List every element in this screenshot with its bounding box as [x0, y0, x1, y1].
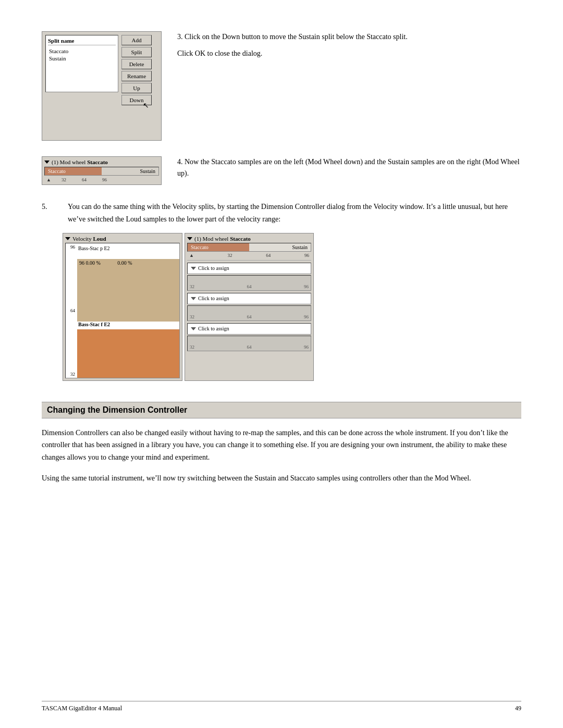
click-assign-1[interactable]: Click to assign — [187, 263, 311, 274]
section-5: 5. You can do the same thing with the Ve… — [42, 201, 521, 381]
section-3: Split name Staccato Sustain Add Split De… — [42, 31, 521, 141]
vel-upper-bar: 96 0.00 % 0.00 % — [77, 259, 179, 322]
ruler-label-96: 96 — [102, 177, 107, 182]
footer-left: TASCAM GigaEditor 4 Manual — [42, 705, 122, 712]
section-5-panels: Velocity Loud 96 64 32 Bass-Stac p E2 — [63, 233, 521, 381]
click-assign-label-2: Click to assign — [198, 295, 229, 301]
assign-ruler-1: 32 64 96 — [187, 275, 311, 291]
mod-wheel-header-label: (1) Mod wheel — [52, 159, 85, 165]
vel-32: 32 — [70, 372, 75, 377]
split-item-sustain[interactable]: Sustain — [48, 55, 116, 62]
velocity-label: Velocity — [72, 236, 92, 242]
split-button[interactable]: Split — [121, 47, 152, 57]
click-assign-3[interactable]: Click to assign — [187, 323, 311, 335]
step-5-text: You can do the same thing with the Veloc… — [68, 201, 521, 226]
ruler-label-32: 32 — [62, 177, 66, 182]
ruler-64a: 64 — [247, 284, 252, 289]
velocity-header: Velocity Loud — [65, 236, 180, 242]
section-4-text: 4. Now the Staccato samples are on the l… — [177, 156, 521, 180]
mod-right-splits: Staccato Sustain — [187, 243, 311, 252]
velocity-content: 96 64 32 Bass-Stac p E2 96 0.00 % 0.00 % — [65, 243, 180, 378]
assign-ruler-2: 32 64 96 — [187, 305, 311, 321]
triangle-down-icon — [44, 161, 50, 164]
step-5-number: 5. — [42, 201, 68, 226]
velocity-value: Loud — [93, 236, 106, 242]
vel-96: 96 — [70, 244, 75, 250]
velocity-panel: Velocity Loud 96 64 32 Bass-Stac p E2 — [63, 233, 182, 381]
mod-right-triangle-icon — [187, 237, 192, 240]
ruler-64: 64 — [266, 253, 271, 258]
ruler-row: ▲ 32 64 96 — [44, 177, 159, 182]
assign-triangle-3 — [191, 327, 196, 330]
page: Split name Staccato Sustain Add Split De… — [0, 0, 563, 728]
mod-right-split-right: Sustain — [249, 243, 311, 251]
split-name-list: Split name Staccato Sustain — [45, 35, 118, 92]
ruler-32: 32 — [228, 253, 232, 258]
split-name-header: Split name — [48, 38, 116, 45]
ruler-64c: 64 — [247, 344, 252, 350]
mod-split-right: Sustain — [102, 167, 158, 175]
ruler-96b: 96 — [304, 314, 309, 319]
footer-right: 49 — [515, 705, 521, 712]
assign-triangle-1 — [191, 267, 196, 270]
delete-button[interactable]: Delete — [121, 59, 152, 69]
ruler-64b: 64 — [247, 314, 252, 319]
dialog-buttons: Add Split Delete Rename Up Down ↖ — [121, 35, 152, 105]
changing-section-heading: Changing the Dimension Controller — [42, 402, 521, 418]
mod-wheel-panel: (1) Mod wheel Staccato Staccato Sustain … — [42, 156, 162, 185]
ruler-32b: 32 — [190, 314, 194, 319]
section-4-para: 4. Now the Staccato samples are on the l… — [177, 156, 521, 180]
up-button[interactable]: Up — [121, 83, 152, 93]
mod-wheel-splits: Staccato Sustain — [44, 167, 159, 176]
vel-64: 64 — [70, 308, 75, 313]
footer: TASCAM GigaEditor 4 Manual 49 — [42, 701, 521, 712]
section-3-text: 3. Click on the Down button to move the … — [177, 31, 521, 65]
mod-right-header-label: (1) Mod wheel — [194, 236, 228, 242]
assign-ruler-3: 32 64 96 — [187, 336, 311, 351]
ruler-32a: 32 — [190, 284, 194, 289]
step-5-container: 5. You can do the same thing with the Ve… — [42, 201, 521, 226]
vel-lower-bar — [77, 329, 179, 378]
ruler-96: 96 — [304, 253, 309, 258]
add-button[interactable]: Add — [121, 35, 152, 45]
click-assign-label-1: Click to assign — [198, 265, 229, 271]
section-3-para-2: Click OK to close the dialog. — [177, 48, 521, 59]
mod-split-left: Staccato — [45, 167, 102, 175]
cursor-icon: ↖ — [143, 101, 149, 110]
mod-right-panel: (1) Mod wheel Staccato Staccato Sustain … — [185, 233, 314, 381]
changing-para-2: Using the same tutorial instrument, we’l… — [42, 472, 521, 485]
vel-y-axis: 96 64 32 — [66, 243, 76, 378]
mod-wheel-header: (1) Mod wheel Staccato — [44, 159, 159, 165]
split-dialog: Split name Staccato Sustain Add Split De… — [42, 31, 162, 141]
vel-percent-right: 0.00 % — [117, 260, 132, 266]
section-3-para-1: 3. Click on the Down button to move the … — [177, 31, 521, 43]
click-assign-2[interactable]: Click to assign — [187, 293, 311, 304]
ruler-marker: ▲ — [189, 253, 194, 258]
down-button[interactable]: Down ↖ — [121, 95, 152, 105]
rename-button[interactable]: Rename — [121, 71, 152, 81]
mod-right-ruler: ▲ 32 64 96 — [187, 253, 311, 261]
ruler-tick-label: ▲ — [46, 177, 51, 182]
mod-right-staccato: Staccato — [230, 236, 251, 242]
section-4: (1) Mod wheel Staccato Staccato Sustain … — [42, 156, 521, 185]
ruler-32c: 32 — [190, 344, 194, 350]
mod-wheel-staccato-label: Staccato — [87, 159, 108, 165]
mod-right-header: (1) Mod wheel Staccato — [187, 236, 311, 242]
split-item-staccato[interactable]: Staccato — [48, 47, 116, 55]
vel-mid-label: Bass-Stac f E2 — [78, 322, 110, 327]
vel-percent-row: 96 0.00 % 0.00 % — [77, 259, 179, 267]
ruler-label-64: 64 — [82, 177, 87, 182]
changing-para-1: Dimension Controllers can also be change… — [42, 427, 521, 464]
velocity-triangle-icon — [65, 237, 70, 240]
vel-percent-left: 96 0.00 % — [79, 260, 101, 266]
click-assign-label-3: Click to assign — [198, 326, 229, 331]
ruler-96c: 96 — [304, 344, 309, 350]
assign-triangle-2 — [191, 297, 196, 300]
mod-right-split-left: Staccato — [188, 243, 249, 251]
vel-top-label: Bass-Stac p E2 — [78, 245, 110, 251]
ruler-96a: 96 — [304, 284, 309, 289]
